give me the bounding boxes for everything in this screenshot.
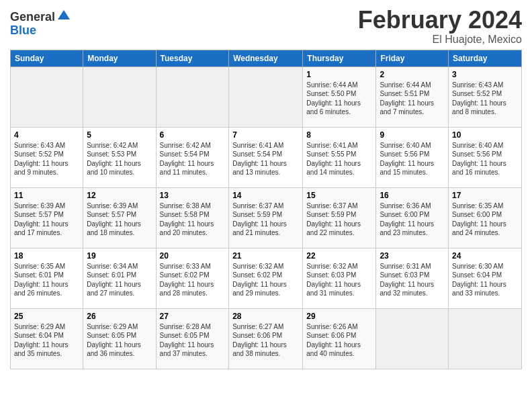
day-info: Sunrise: 6:27 AM Sunset: 6:06 PM Dayligh… [232,322,299,359]
day-number: 27 [160,312,226,321]
day-number: 23 [380,251,445,261]
calendar-week-row: 25Sunrise: 6:29 AM Sunset: 6:04 PM Dayli… [11,308,522,369]
day-info: Sunrise: 6:40 AM Sunset: 5:56 PM Dayligh… [452,141,518,177]
title-area: February 2024 El Huajote, Mexico [358,7,522,46]
table-row [11,66,83,127]
header-sunday: Sunday [11,50,83,66]
day-info: Sunrise: 6:43 AM Sunset: 5:52 PM Dayligh… [452,81,518,117]
page-header: General Blue February 2024 El Huajote, M… [10,7,522,46]
table-row: 26Sunrise: 6:29 AM Sunset: 6:05 PM Dayli… [83,308,156,369]
day-info: Sunrise: 6:42 AM Sunset: 5:54 PM Dayligh… [160,141,226,177]
header-thursday: Thursday [303,50,376,66]
header-wednesday: Wednesday [229,50,303,66]
day-info: Sunrise: 6:37 AM Sunset: 5:59 PM Dayligh… [306,201,372,238]
day-info: Sunrise: 6:41 AM Sunset: 5:55 PM Dayligh… [306,141,372,177]
table-row: 4Sunrise: 6:43 AM Sunset: 5:52 PM Daylig… [11,127,83,187]
day-number: 21 [232,251,299,261]
calendar-week-row: 1Sunrise: 6:44 AM Sunset: 5:50 PM Daylig… [11,66,522,127]
table-row: 23Sunrise: 6:31 AM Sunset: 6:03 PM Dayli… [376,248,449,308]
day-number: 26 [87,312,152,321]
calendar-table: Sunday Monday Tuesday Wednesday Thursday… [10,50,522,369]
table-row: 15Sunrise: 6:37 AM Sunset: 5:59 PM Dayli… [303,187,376,248]
day-info: Sunrise: 6:32 AM Sunset: 6:03 PM Dayligh… [306,262,372,298]
table-row: 20Sunrise: 6:33 AM Sunset: 6:02 PM Dayli… [156,248,229,308]
header-friday: Friday [376,50,449,66]
table-row: 19Sunrise: 6:34 AM Sunset: 6:01 PM Dayli… [83,248,156,308]
table-row: 27Sunrise: 6:28 AM Sunset: 6:05 PM Dayli… [156,308,229,369]
day-info: Sunrise: 6:30 AM Sunset: 6:04 PM Dayligh… [452,262,518,298]
month-title: February 2024 [358,7,522,34]
day-info: Sunrise: 6:42 AM Sunset: 5:53 PM Dayligh… [87,141,152,177]
day-info: Sunrise: 6:31 AM Sunset: 6:03 PM Dayligh… [380,262,445,298]
table-row: 22Sunrise: 6:32 AM Sunset: 6:03 PM Dayli… [303,248,376,308]
table-row: 6Sunrise: 6:42 AM Sunset: 5:54 PM Daylig… [156,127,229,187]
table-row: 1Sunrise: 6:44 AM Sunset: 5:50 PM Daylig… [303,66,376,127]
table-row: 17Sunrise: 6:35 AM Sunset: 6:00 PM Dayli… [449,187,522,248]
day-number: 13 [160,191,226,200]
location-subtitle: El Huajote, Mexico [358,34,522,46]
day-info: Sunrise: 6:44 AM Sunset: 5:50 PM Dayligh… [306,81,372,117]
day-number: 20 [160,251,226,261]
day-info: Sunrise: 6:38 AM Sunset: 5:58 PM Dayligh… [160,201,226,238]
calendar-week-row: 18Sunrise: 6:35 AM Sunset: 6:01 PM Dayli… [11,248,522,308]
day-info: Sunrise: 6:28 AM Sunset: 6:05 PM Dayligh… [160,322,226,359]
logo-general-text: General [10,11,55,24]
day-number: 29 [306,312,372,321]
day-info: Sunrise: 6:40 AM Sunset: 5:56 PM Dayligh… [380,141,445,177]
day-info: Sunrise: 6:32 AM Sunset: 6:02 PM Dayligh… [232,262,299,298]
table-row: 10Sunrise: 6:40 AM Sunset: 5:56 PM Dayli… [449,127,522,187]
day-number: 15 [306,191,372,200]
calendar-week-row: 11Sunrise: 6:39 AM Sunset: 5:57 PM Dayli… [11,187,522,248]
day-number: 12 [87,191,152,200]
day-info: Sunrise: 6:44 AM Sunset: 5:51 PM Dayligh… [380,81,445,117]
header-saturday: Saturday [449,50,522,66]
table-row: 3Sunrise: 6:43 AM Sunset: 5:52 PM Daylig… [449,66,522,127]
day-number: 18 [14,251,79,261]
svg-marker-0 [58,10,70,19]
day-number: 28 [232,312,299,321]
day-number: 7 [232,130,299,140]
day-info: Sunrise: 6:43 AM Sunset: 5:52 PM Dayligh… [14,141,79,177]
table-row: 9Sunrise: 6:40 AM Sunset: 5:56 PM Daylig… [376,127,449,187]
day-info: Sunrise: 6:39 AM Sunset: 5:57 PM Dayligh… [14,201,79,238]
table-row: 8Sunrise: 6:41 AM Sunset: 5:55 PM Daylig… [303,127,376,187]
day-number: 5 [87,130,152,140]
table-row [83,66,156,127]
table-row: 5Sunrise: 6:42 AM Sunset: 5:53 PM Daylig… [83,127,156,187]
header-monday: Monday [83,50,156,66]
day-number: 19 [87,251,152,261]
table-row: 18Sunrise: 6:35 AM Sunset: 6:01 PM Dayli… [11,248,83,308]
day-info: Sunrise: 6:35 AM Sunset: 6:00 PM Dayligh… [452,201,518,238]
day-info: Sunrise: 6:26 AM Sunset: 6:06 PM Dayligh… [306,322,372,359]
day-info: Sunrise: 6:35 AM Sunset: 6:01 PM Dayligh… [14,262,79,298]
day-number: 22 [306,251,372,261]
table-row: 11Sunrise: 6:39 AM Sunset: 5:57 PM Dayli… [11,187,83,248]
day-number: 11 [14,191,79,200]
day-number: 1 [306,70,372,79]
day-info: Sunrise: 6:33 AM Sunset: 6:02 PM Dayligh… [160,262,226,298]
day-info: Sunrise: 6:29 AM Sunset: 6:05 PM Dayligh… [87,322,152,359]
table-row: 14Sunrise: 6:37 AM Sunset: 5:59 PM Dayli… [229,187,303,248]
day-number: 3 [452,70,518,79]
day-number: 14 [232,191,299,200]
day-info: Sunrise: 6:29 AM Sunset: 6:04 PM Dayligh… [14,322,79,359]
day-info: Sunrise: 6:41 AM Sunset: 5:54 PM Dayligh… [232,141,299,177]
day-number: 25 [14,312,79,321]
day-info: Sunrise: 6:34 AM Sunset: 6:01 PM Dayligh… [87,262,152,298]
day-info: Sunrise: 6:39 AM Sunset: 5:57 PM Dayligh… [87,201,152,238]
day-number: 9 [380,130,445,140]
table-row: 7Sunrise: 6:41 AM Sunset: 5:54 PM Daylig… [229,127,303,187]
day-info: Sunrise: 6:36 AM Sunset: 6:00 PM Dayligh… [380,201,445,238]
day-number: 17 [452,191,518,200]
day-number: 16 [380,191,445,200]
day-number: 24 [452,251,518,261]
day-number: 10 [452,130,518,140]
table-row: 16Sunrise: 6:36 AM Sunset: 6:00 PM Dayli… [376,187,449,248]
day-info: Sunrise: 6:37 AM Sunset: 5:59 PM Dayligh… [232,201,299,238]
day-number: 4 [14,130,79,140]
table-row: 25Sunrise: 6:29 AM Sunset: 6:04 PM Dayli… [11,308,83,369]
calendar-header-row: Sunday Monday Tuesday Wednesday Thursday… [11,50,522,66]
table-row: 2Sunrise: 6:44 AM Sunset: 5:51 PM Daylig… [376,66,449,127]
table-row: 24Sunrise: 6:30 AM Sunset: 6:04 PM Dayli… [449,248,522,308]
table-row [229,66,303,127]
